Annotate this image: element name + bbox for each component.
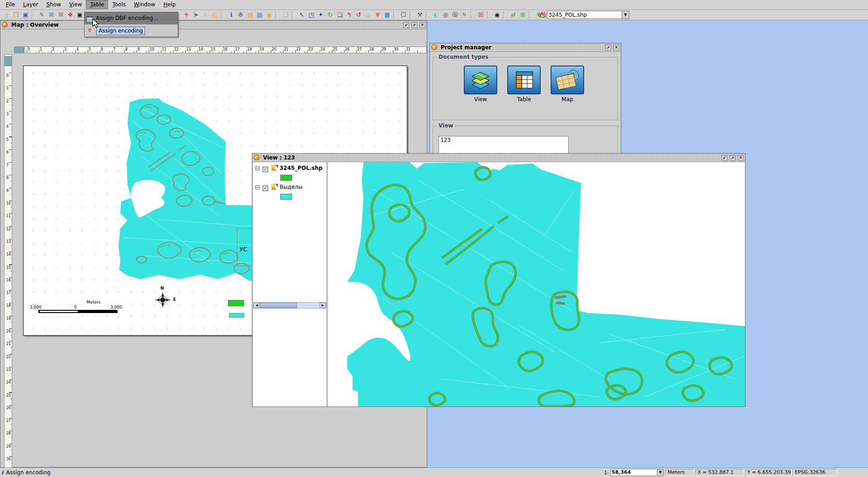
y-coordinate-panel: Y = 6,655,203.39 [745,469,792,476]
table-doc-icon [508,66,540,94]
menu-view[interactable]: View [65,0,86,9]
layer-tree-blue-icon[interactable]: ⌘ [47,10,56,19]
layer-label[interactable]: Выделы [279,184,302,190]
toc-horizontal-scrollbar[interactable]: ◀ ▶ [253,302,326,309]
save-project-icon[interactable]: ▣ [21,10,30,19]
layer-combo-input[interactable]: 3245_POL.shp [547,11,622,19]
table-add-icon[interactable]: ⊞ [518,10,528,19]
minimize-button[interactable]: ⇙ [403,22,409,28]
clear-selection-icon[interactable]: ↺ [354,10,363,19]
zoom-previous-icon[interactable]: ◱ [210,10,220,19]
scroll-right-button[interactable]: ▶ [320,303,326,308]
filter-icon[interactable]: ▼ [373,10,382,19]
layer-symbol-swatch[interactable] [280,194,292,200]
diamond-select-icon[interactable]: ◇ [363,10,373,19]
scalebar-center-label: 0 [74,305,77,309]
menu-table[interactable]: Table [86,0,108,9]
measure-distance-icon[interactable]: ▤ [245,10,255,19]
menu-window[interactable]: Window [130,0,159,9]
zoom-layers-icon[interactable]: ◎ [441,10,450,19]
table-settings-icon[interactable]: ▦ [382,10,392,19]
document-types-label: Document types [437,54,490,60]
new-document-icon[interactable]: ▯ [2,10,11,19]
open-project-icon[interactable]: ❒ [11,10,21,19]
view-document-list-item[interactable]: 123 [440,137,567,143]
layer-visibility-checkbox[interactable]: ✓ [263,167,268,172]
edit-page-icon[interactable]: ✎ [37,10,47,19]
h-ruler-number: 30 [394,47,398,51]
h-ruler-number: 28 [369,47,374,51]
hyperlink-icon[interactable]: ◉ [264,10,274,19]
h-ruler-number: 20 [272,47,276,51]
v-ruler-number: 24 [6,380,11,384]
layer-tree-brown-icon[interactable]: ⌘ [56,10,66,19]
select-polygon-icon[interactable]: ✦ [316,10,326,19]
h-ruler-number: 31 [406,47,410,51]
close-button[interactable]: ✕ [420,22,425,28]
info-icon[interactable]: ℹ [226,10,236,19]
maximize-button[interactable]: ⇗ [411,22,417,28]
doc-type-map-button[interactable] [551,65,584,94]
layer-symbol-swatch[interactable] [280,175,292,181]
zoom-selected-icon[interactable]: ➤ [191,10,201,19]
symbology-icon[interactable]: ◐ [431,10,441,19]
zoom-selection-icon[interactable]: Ⓑ [450,10,460,19]
measure-info-icon[interactable]: ✇ [236,10,245,19]
maximize-button[interactable]: ⇗ [730,155,736,161]
tools-icon[interactable]: ⚒ [415,10,425,19]
pan-icon[interactable]: ☜ [201,10,210,19]
selection-frame-icon[interactable]: ☐ [399,10,408,19]
v-ruler-number: 5 [6,138,9,142]
layer-label[interactable]: 3245_POL.shp [279,165,322,171]
h-ruler-number: 9 [137,47,140,51]
menu-bar: FileLayerShowViewTableToolsWindowHelp [0,0,868,10]
scalebar-right-label: 3,000 [110,305,122,309]
window-frame-icon[interactable]: ❏ [335,10,344,19]
select-arrow-icon[interactable]: ↖ [297,10,307,19]
invert-selection-icon[interactable]: ↰ [344,10,354,19]
layer-combo-dropdown-button[interactable]: ▼ [622,11,629,19]
h-ruler-number: 2 [52,47,54,51]
zoom-extent-icon[interactable]: ✛ [182,10,191,19]
h-ruler-number: 22 [296,47,301,51]
doc-type-view-button[interactable] [464,65,497,94]
h-ruler-number: 5 [89,47,91,51]
zoom-black-icon[interactable]: ◉ [492,10,502,19]
minimize-button[interactable]: ⇙ [722,155,727,161]
scrollbar-thumb[interactable] [260,303,297,308]
view-map-canvas[interactable] [328,162,745,407]
menu-file[interactable]: File [2,0,19,9]
refresh-icon[interactable]: ↻ [326,10,335,19]
console-icon[interactable]: ▣ [75,10,85,19]
scale-dropdown-button[interactable]: ▼ [657,469,664,476]
info-icon: i [1,469,4,476]
layer-visibility-checkbox[interactable]: ✓ [263,186,268,191]
scroll-left-button[interactable]: ◀ [254,303,260,308]
tree-expand-toggle[interactable]: − [255,166,259,170]
view-window-titlebar[interactable]: View : 123 ⇙⇗✕ [252,154,745,162]
h-ruler-number: 18 [247,47,252,51]
menu-show[interactable]: Show [42,0,65,9]
menu-layer[interactable]: Layer [19,0,42,9]
project-manager-titlebar[interactable]: Project manager ⇗✕ [430,43,621,52]
measure-area-icon[interactable]: ▨ [255,10,264,19]
menu-tools[interactable]: Tools [108,0,130,9]
menu-help[interactable]: Help [159,0,179,9]
table-refresh-icon[interactable]: ⇄ [509,10,518,19]
link-molecule-icon[interactable]: ❖ [66,10,75,19]
maptip-icon[interactable]: ❑ [281,10,290,19]
map-overview-titlebar[interactable]: Map : Overview ⇙⇗✕ [0,21,427,29]
h-ruler-number: 25 [333,47,337,51]
close-button[interactable]: ✕ [738,155,744,161]
edit-attributes-icon[interactable]: ✎ [460,10,469,19]
v-ruler-number: 0 [6,74,9,78]
scale-input[interactable]: 58,364 [610,469,657,476]
legend-swatch-green [228,300,244,306]
gvsig-window-icon [431,44,437,50]
select-rectangle-icon[interactable]: ◳ [307,10,316,19]
doc-type-table-button[interactable] [507,65,541,94]
maximize-button[interactable]: ⇗ [605,45,611,51]
tree-expand-toggle[interactable]: − [255,185,259,189]
close-button[interactable]: ✕ [613,45,619,51]
close-view-icon[interactable]: ☒ [476,10,486,19]
